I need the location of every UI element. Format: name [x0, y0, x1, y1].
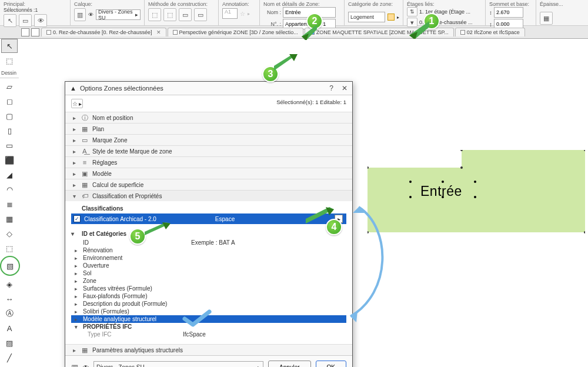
checkbox-checked-icon[interactable]: ✓ [74, 215, 81, 222]
panel-marque[interactable]: ▸▭Marque Zone [65, 134, 352, 145]
prop-plafonds[interactable]: ▸Faux-plafonds (Formule) [71, 292, 346, 300]
fill-tool[interactable]: ▨ [1, 336, 18, 350]
stair-tool[interactable]: ≣ [1, 197, 18, 211]
classifications-header[interactable]: Classifications [71, 203, 346, 213]
shell-tool[interactable]: ◠ [1, 182, 18, 196]
selection-info: Sélectionné(s): 1 Editable: 1 [276, 99, 346, 108]
wall-tool[interactable]: ▱ [1, 79, 18, 94]
calque-label: Calque: [74, 1, 141, 7]
morph-tool[interactable]: ◇ [1, 226, 18, 241]
method-2-icon[interactable]: ⬚ [163, 8, 176, 21]
chevron-right-icon: ▸ [71, 347, 77, 353]
chevron-right-icon: ▸ [71, 182, 77, 188]
roof-tool[interactable]: ◢ [1, 168, 18, 182]
dialog-title: Options Zones sélectionnées [80, 85, 163, 92]
panel-analytique[interactable]: ▸▦Paramètres analytiques structurels [65, 344, 352, 355]
categorie-label: Catégorie de zone: [348, 1, 399, 7]
pointer-mode-icon[interactable]: ↖ [4, 14, 16, 27]
method-3-icon[interactable]: ▭ [179, 8, 192, 21]
doc-icon [460, 30, 465, 35]
prop-surfaces[interactable]: ▸Surfaces vitrées (Formule) [71, 285, 346, 292]
zone-name-label: Nom et détails de Zone: [263, 1, 340, 7]
panel-style[interactable]: ▸A͟Style de texte Marque de zone [65, 145, 352, 156]
group-categorie: Catégorie de zone: Logement ▸ [345, 0, 403, 25]
tab-floorplan[interactable]: 0. Rez-de-chaussée [0. Rez-de-chaussée]✕ [41, 28, 166, 36]
dimension-tool[interactable]: ↔ [1, 292, 18, 306]
close-icon[interactable]: ✕ [156, 29, 161, 35]
panel-classification[interactable]: ▾🏷Classification et Propriétés [65, 190, 352, 201]
panel-modele[interactable]: ▸▣Modèle [65, 168, 352, 179]
method-4-icon[interactable]: ▭ [194, 8, 207, 21]
prop-zone[interactable]: ▸Zone [71, 277, 346, 285]
prop-type-ifc[interactable]: Type IFCIfcSpace [71, 331, 346, 338]
tag-icon: 🏷 [81, 192, 89, 199]
arrow-tool[interactable]: ↖ [1, 39, 18, 53]
classification-name: Classification Archicad - 2.0 [84, 216, 156, 222]
prop-id[interactable]: IDExemple : BAT A [71, 239, 346, 246]
curtain-tool[interactable]: ▦ [1, 212, 18, 226]
categorie-select[interactable]: Logement [348, 12, 385, 22]
zone-tool[interactable]: ▧ [2, 259, 18, 273]
method-1-icon[interactable]: ⬚ [148, 8, 161, 21]
slab-tool[interactable]: ⬛ [1, 153, 18, 167]
dialog-titlebar[interactable]: ▲Options Zones sélectionnées ?✕ [65, 82, 352, 95]
epaisseur-icon[interactable]: ▦ [540, 12, 553, 25]
line-tool[interactable]: ╱ [1, 351, 18, 365]
zone-polygon[interactable] [368, 150, 585, 250]
callout-5: 5 [129, 228, 146, 245]
prop-sol[interactable]: ▸Sol [71, 269, 346, 277]
column-tool[interactable]: ▯ [1, 124, 18, 138]
tab-icon-2[interactable] [31, 28, 39, 36]
eye-toggle-icon[interactable]: 👁 [34, 14, 47, 27]
sommet-top[interactable] [494, 7, 523, 18]
svg-point-2 [460, 166, 463, 169]
calque-select[interactable]: Divers - Zones SU▸ [96, 9, 141, 20]
prop-description[interactable]: ▸Description du produit (Formule) [71, 300, 346, 308]
label-tool[interactable]: Ⓐ [1, 306, 18, 321]
cube-icon: ▣ [81, 170, 89, 177]
annotation-value[interactable]: A1 [222, 8, 238, 19]
text-tool[interactable]: A [1, 321, 18, 335]
panel-calcul[interactable]: ▸▦Calcul de superficie [65, 179, 352, 190]
marquee-tool[interactable]: ⬚ [1, 54, 18, 68]
arrow-4-icon [306, 207, 334, 223]
panel-reglages[interactable]: ▸≡Réglages [65, 156, 352, 168]
principal-label: Principal: [4, 1, 66, 7]
methode-label: Méthode de construction: [148, 1, 215, 7]
mesh-tool[interactable]: ◈ [1, 277, 18, 291]
chevron-right-icon[interactable]: ▸ [248, 11, 250, 16]
star-icon[interactable]: ☆ [240, 11, 245, 17]
tab-ifc[interactable]: 02 IfcZone et IfcSpace [455, 28, 525, 36]
prop-ouverture[interactable]: ▸Ouverture [71, 262, 346, 269]
classification-row[interactable]: ✓ Classification Archicad - 2.0 Espace ▸ [71, 213, 346, 224]
footer-layer-select[interactable]: Divers - Zones SU▸ [93, 361, 263, 367]
favorite-toggle[interactable]: ☆ ▸ [71, 99, 83, 108]
zone-color-swatch[interactable] [387, 14, 395, 21]
group-calque: Calque: ▥ 👁 Divers - Zones SU▸ [71, 0, 145, 25]
door-tool[interactable]: ◻ [1, 94, 18, 108]
eye-icon: 👁 [88, 12, 93, 18]
selection-mode-icon[interactable]: ▭ [19, 14, 32, 27]
tab-3d[interactable]: Perspective générique ZONE [3D / Zone sé… [168, 28, 303, 36]
chevron-right-icon: ▸ [71, 126, 77, 132]
story-top-icon[interactable]: ⇅ [407, 7, 417, 16]
object-tool[interactable]: ⬚ [1, 241, 18, 255]
help-button[interactable]: ? [329, 84, 333, 92]
window-tool[interactable]: ▢ [1, 109, 18, 123]
id-categories-header[interactable]: ▾ID et Catégories [71, 229, 346, 239]
close-button[interactable]: ✕ [342, 84, 348, 92]
elev-bot-icon: ↕ [489, 21, 492, 28]
beam-tool[interactable]: ▭ [1, 138, 18, 152]
tab-icon-1[interactable] [21, 28, 29, 36]
ok-button[interactable]: OK [316, 361, 346, 367]
app-icon: ▲ [70, 85, 76, 92]
principal-sub: Sélectionnés :1 [4, 7, 66, 13]
panel-plan[interactable]: ▸▦Plan [65, 123, 352, 134]
layer-settings-button[interactable]: ▥ [74, 8, 86, 21]
chevron-down-icon: ▾ [71, 193, 77, 199]
prop-environnement[interactable]: ▸Environnement [71, 254, 346, 262]
chevron-right-icon[interactable]: ▸ [397, 15, 399, 20]
cancel-button[interactable]: Annuler [268, 361, 310, 367]
prop-renovation[interactable]: ▸Rénovation [71, 246, 346, 254]
panel-nom[interactable]: ▸ⓘNom et position [65, 112, 352, 123]
